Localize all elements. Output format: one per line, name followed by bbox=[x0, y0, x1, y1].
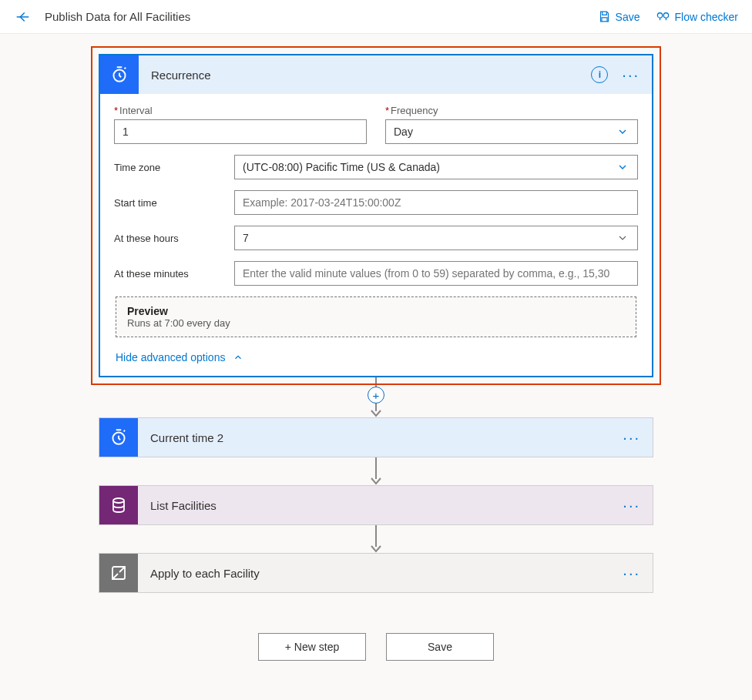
current-time-title: Current time 2 bbox=[138, 431, 223, 444]
connector-line bbox=[375, 525, 377, 547]
save-command[interactable]: Save bbox=[598, 10, 640, 23]
back-arrow-icon[interactable] bbox=[14, 8, 31, 25]
flow-checker-icon bbox=[656, 9, 670, 24]
preview-text: Runs at 7:00 every day bbox=[127, 317, 625, 329]
recurrence-title: Recurrence bbox=[139, 69, 211, 82]
frequency-value[interactable] bbox=[385, 119, 638, 144]
info-icon[interactable]: i bbox=[591, 66, 608, 83]
recurrence-body: Interval Frequency Time z bbox=[100, 94, 652, 337]
connector-1: + bbox=[368, 377, 384, 417]
preview-box: Preview Runs at 7:00 every day bbox=[116, 296, 636, 337]
new-step-button[interactable]: + New step bbox=[258, 633, 366, 661]
list-facilities-head[interactable]: List Facilities ··· bbox=[99, 486, 653, 524]
more-menu[interactable]: ··· bbox=[623, 565, 640, 581]
loop-icon bbox=[99, 554, 138, 592]
minutes-row: At these minutes bbox=[114, 261, 638, 286]
interval-input[interactable] bbox=[114, 119, 367, 144]
save-button[interactable]: Save bbox=[386, 633, 494, 661]
chevron-up-icon bbox=[233, 352, 243, 363]
flow-checker-label: Flow checker bbox=[675, 11, 738, 23]
starttime-input[interactable] bbox=[234, 190, 638, 215]
flow-canvas: Recurrence i ··· Interval Frequency bbox=[0, 34, 752, 684]
svg-point-0 bbox=[657, 13, 662, 18]
arrow-down-icon bbox=[371, 410, 381, 417]
hours-row: At these hours bbox=[114, 226, 638, 250]
timezone-label: Time zone bbox=[114, 162, 222, 173]
hours-label: At these hours bbox=[114, 233, 222, 244]
flow-checker-command[interactable]: Flow checker bbox=[656, 9, 738, 24]
add-step-button[interactable]: + bbox=[368, 387, 384, 404]
flow-title: Publish Data for All Facilities bbox=[45, 10, 190, 23]
timezone-value[interactable] bbox=[234, 155, 638, 179]
list-facilities-card[interactable]: List Facilities ··· bbox=[99, 485, 653, 525]
clock-icon bbox=[99, 418, 138, 457]
starttime-row: Start time bbox=[114, 190, 638, 215]
preview-title: Preview bbox=[127, 305, 625, 317]
recurrence-head-actions: i ··· bbox=[591, 66, 652, 83]
interval-frequency-row: Interval Frequency bbox=[114, 105, 638, 144]
arrow-down-icon bbox=[371, 477, 381, 485]
timezone-row: Time zone bbox=[114, 155, 638, 179]
svg-point-4 bbox=[113, 498, 124, 503]
frequency-field: Frequency bbox=[385, 105, 638, 144]
apply-each-card[interactable]: Apply to each Facility ··· bbox=[99, 553, 653, 593]
starttime-label: Start time bbox=[114, 197, 222, 209]
list-facilities-title: List Facilities bbox=[138, 499, 217, 512]
recurrence-card-wrap: Recurrence i ··· Interval Frequency bbox=[99, 54, 653, 377]
current-time-card[interactable]: Current time 2 ··· bbox=[99, 417, 653, 457]
more-menu[interactable]: ··· bbox=[622, 67, 640, 82]
current-time-head[interactable]: Current time 2 ··· bbox=[99, 418, 653, 457]
timezone-select[interactable] bbox=[234, 155, 638, 179]
hours-select[interactable] bbox=[234, 226, 638, 250]
top-bar-left: Publish Data for All Facilities bbox=[14, 8, 190, 25]
save-icon bbox=[598, 10, 611, 23]
interval-label: Interval bbox=[114, 105, 367, 116]
hide-advanced-toggle[interactable]: Hide advanced options bbox=[100, 337, 652, 376]
top-bar-right: Save Flow checker bbox=[598, 9, 738, 24]
svg-point-1 bbox=[663, 13, 668, 18]
interval-field: Interval bbox=[114, 105, 367, 144]
recurrence-head[interactable]: Recurrence i ··· bbox=[100, 55, 652, 94]
top-bar: Publish Data for All Facilities Save Flo… bbox=[0, 0, 752, 34]
footer-buttons: + New step Save bbox=[258, 633, 494, 661]
database-icon bbox=[99, 486, 138, 524]
connector-3 bbox=[371, 525, 381, 553]
hide-advanced-label: Hide advanced options bbox=[116, 351, 225, 363]
clock-icon bbox=[100, 55, 139, 94]
minutes-label: At these minutes bbox=[114, 268, 222, 280]
apply-each-head[interactable]: Apply to each Facility ··· bbox=[99, 554, 653, 592]
starttime-field bbox=[234, 190, 638, 215]
more-menu[interactable]: ··· bbox=[623, 497, 640, 513]
connector-line bbox=[375, 457, 377, 479]
frequency-label: Frequency bbox=[385, 105, 638, 116]
more-menu[interactable]: ··· bbox=[623, 430, 640, 445]
minutes-field bbox=[234, 261, 638, 286]
minutes-input[interactable] bbox=[234, 261, 638, 286]
connector-2 bbox=[371, 457, 381, 485]
frequency-select[interactable] bbox=[385, 119, 638, 144]
arrow-down-icon bbox=[371, 545, 381, 553]
apply-each-title: Apply to each Facility bbox=[138, 567, 260, 580]
recurrence-card[interactable]: Recurrence i ··· Interval Frequency bbox=[99, 54, 653, 377]
hours-value[interactable] bbox=[234, 226, 638, 250]
save-label: Save bbox=[616, 11, 640, 23]
